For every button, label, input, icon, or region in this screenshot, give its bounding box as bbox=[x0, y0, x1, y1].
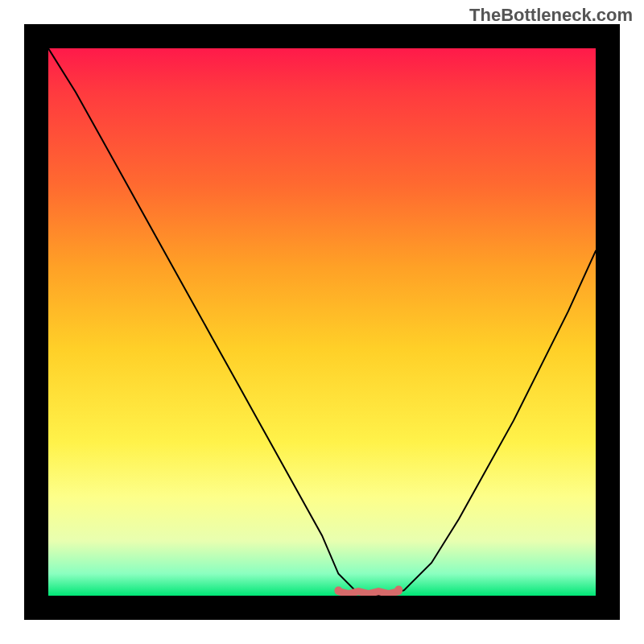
chart-frame bbox=[24, 24, 620, 620]
flat-region-end-dot bbox=[394, 586, 402, 594]
flat-region-start-dot bbox=[334, 587, 342, 595]
flat-region-marker bbox=[338, 592, 398, 594]
chart-svg bbox=[48, 48, 596, 596]
chart-plot-area bbox=[48, 48, 596, 596]
watermark-text: TheBottleneck.com bbox=[469, 5, 633, 26]
bottleneck-curve-path bbox=[48, 48, 596, 596]
